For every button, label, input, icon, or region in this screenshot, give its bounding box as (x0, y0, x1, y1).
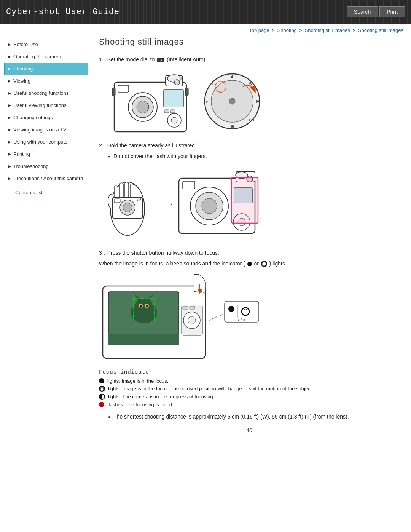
focus-half-indicator (99, 394, 105, 400)
sidebar-item-viewing-tv[interactable]: ▶ Viewing images on a TV (4, 124, 88, 136)
sidebar-item-viewing[interactable]: ▶ Viewing (4, 75, 88, 87)
focus-item-red: flashes: The focusing is failed. (99, 402, 400, 407)
main-content: Shooting still images 1．Set the mode dia… (88, 35, 411, 441)
breadcrumb-still2[interactable]: Shooting still images (358, 27, 403, 33)
svg-point-3 (137, 101, 149, 113)
svg-rect-43 (183, 181, 195, 189)
chevron-right-icon: ▶ (8, 103, 11, 107)
tip-bullet: The shortest shooting distance is approx… (99, 414, 400, 420)
svg-point-7 (174, 80, 180, 85)
chevron-right-icon: ▶ (8, 164, 11, 168)
step-1: 1．Set the mode dial to i▲ (Intelligent A… (99, 56, 400, 136)
chevron-right-icon: ▶ (8, 140, 11, 144)
svg-text:SCN: SCN (247, 118, 254, 122)
solid-dot-icon (99, 378, 104, 383)
contents-list-link[interactable]: Contents list (4, 190, 88, 195)
chevron-right-icon: ▶ (8, 54, 11, 59)
red-dot-icon (99, 402, 104, 407)
sidebar-item-shooting[interactable]: ▶ Shooting (4, 63, 88, 75)
sidebar-item-troubleshooting[interactable]: ▶ Troubleshooting (4, 160, 88, 172)
search-button[interactable]: Search (347, 6, 378, 17)
svg-point-42 (202, 198, 217, 214)
svg-text:● / ⊛: ● / ⊛ (238, 318, 246, 322)
page-title: Shooting still images (99, 37, 400, 50)
svg-rect-14 (185, 88, 188, 96)
svg-point-59 (140, 305, 142, 308)
svg-rect-29 (119, 183, 123, 198)
app-title: Cyber-shot User Guide (6, 7, 119, 17)
sidebar-item-useful-shooting[interactable]: ▶ Useful shooting functions (4, 87, 88, 99)
arrow-right-icon (7, 190, 14, 195)
svg-rect-11 (164, 110, 169, 113)
svg-point-65 (188, 316, 196, 324)
sidebar-item-before-use[interactable]: ▶ Before Use (4, 38, 88, 50)
mode-dial-svg: A S M SCN 🎬 □ P i▲ (202, 71, 263, 132)
svg-rect-30 (125, 182, 129, 198)
focus-spin-indicator (99, 386, 105, 392)
sidebar-item-printing[interactable]: ▶ Printing (4, 148, 88, 160)
svg-rect-8 (164, 90, 183, 107)
svg-point-10 (171, 117, 177, 123)
sidebar: ▶ Before Use ▶ Operating the camera ▶ Sh… (0, 35, 88, 441)
sidebar-item-changing-settings[interactable]: ▶ Changing settings (4, 112, 88, 123)
chevron-right-icon: ▶ (8, 42, 11, 46)
chevron-right-icon: ▶ (8, 176, 11, 181)
step-3-text: 3．Press the shutter button halfway down … (99, 250, 400, 257)
svg-rect-62 (108, 334, 179, 345)
svg-rect-66 (183, 306, 188, 309)
focus-item-solid: lights: Image is in the focus. (99, 378, 400, 384)
breadcrumb: Top page > Shooting > Shooting still ima… (0, 24, 411, 35)
step-2: 2．Hold the camera steady as illustrated.… (99, 142, 400, 243)
svg-text:🎬: 🎬 (230, 125, 235, 129)
focus-item-spin: lights: Image is in the focus. The focus… (99, 386, 400, 392)
focus-indicator-title: Focus indicator (99, 369, 400, 375)
sidebar-item-computer[interactable]: ▶ Using with your computer (4, 136, 88, 148)
breadcrumb-shooting[interactable]: Shooting (277, 27, 297, 33)
svg-rect-13 (112, 88, 115, 96)
print-button[interactable]: Print (379, 6, 405, 17)
page-number: 40 (99, 427, 400, 433)
breadcrumb-top[interactable]: Top page (249, 27, 269, 33)
focus-solid-indicator (99, 378, 104, 383)
svg-point-25 (229, 98, 235, 104)
focus-indicator-section: Focus indicator lights: Image is in the … (99, 369, 400, 407)
step-1-illustration: A S M SCN 🎬 □ P i▲ (99, 67, 400, 136)
svg-rect-12 (170, 110, 175, 113)
focus-camera-svg: ● / ⊛ (99, 271, 297, 362)
spin-dot-icon (99, 386, 105, 392)
breadcrumb-still1[interactable]: Shooting still images (305, 27, 350, 33)
holding-camera-svg: → (99, 163, 320, 243)
chevron-right-icon: ▶ (8, 152, 11, 156)
intelligent-auto-icon: i▲ (157, 58, 164, 62)
svg-point-37 (137, 197, 141, 201)
header: Cyber-shot User Guide Search Print (0, 0, 411, 24)
svg-rect-4 (118, 85, 129, 92)
chevron-right-icon: ▶ (8, 79, 11, 83)
step-3-illustration: ● / ⊛ (99, 271, 400, 362)
focus-red-indicator (99, 402, 104, 407)
half-dot-icon (99, 394, 105, 400)
step-2-illustration: → (99, 163, 400, 243)
svg-text:P: P (206, 100, 208, 104)
svg-point-35 (123, 203, 132, 212)
sidebar-item-precautions[interactable]: ▶ Precautions / About this camera (4, 173, 88, 184)
svg-text:□: □ (213, 118, 215, 122)
header-buttons: Search Print (347, 6, 405, 17)
chevron-right-icon: ▶ (8, 91, 11, 95)
step-2-text: 2．Hold the camera steady as illustrated. (99, 142, 400, 149)
focus-item-half: lights: The camera is in the progress of… (99, 394, 400, 400)
step-1-text: 1．Set the mode dial to i▲ (Intelligent A… (99, 56, 400, 63)
svg-point-60 (146, 305, 148, 308)
focus-spin-icon (261, 261, 267, 267)
step-2-bullet: Do not cover the flash with your fingers… (99, 153, 400, 159)
sidebar-item-operating[interactable]: ▶ Operating the camera (4, 51, 88, 62)
camera-body-svg (107, 67, 194, 136)
svg-text:A: A (231, 75, 234, 79)
svg-rect-31 (130, 184, 134, 198)
sidebar-item-useful-viewing[interactable]: ▶ Useful viewing functions (4, 99, 88, 111)
chevron-right-icon: ▶ (8, 67, 11, 71)
step-3: 3．Press the shutter button halfway down … (99, 250, 400, 362)
svg-rect-67 (190, 306, 195, 309)
chevron-right-icon: ▶ (8, 128, 11, 132)
svg-text:M: M (256, 99, 260, 104)
